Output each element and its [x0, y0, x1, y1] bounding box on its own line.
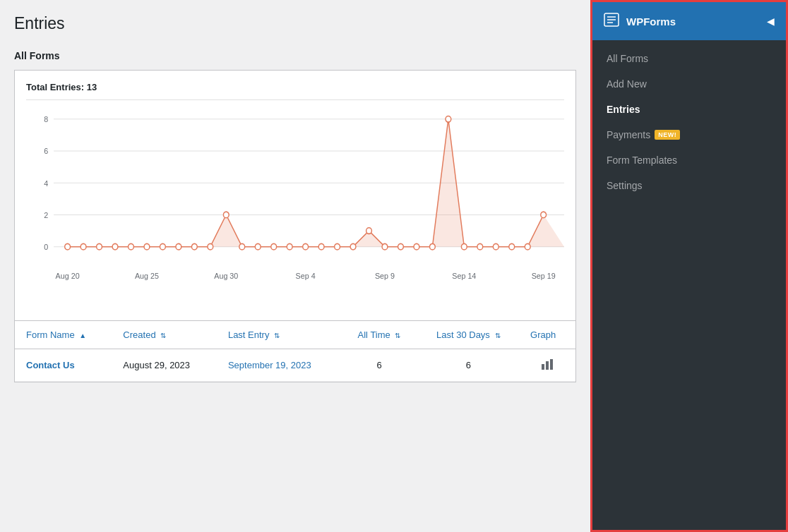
cell-last-30-days: 6 [417, 349, 519, 382]
svg-point-22 [129, 243, 134, 250]
cell-all-time: 6 [341, 349, 418, 382]
svg-point-34 [318, 243, 324, 250]
svg-point-31 [271, 243, 277, 250]
th-last-30-days[interactable]: Last 30 Days ⇅ [417, 321, 519, 349]
sidebar-item-form-templates[interactable]: Form Templates [592, 147, 786, 173]
sidebar-item-add-new[interactable]: Add New [592, 71, 786, 97]
sidebar-item-entries[interactable]: Entries [592, 97, 786, 122]
cell-graph[interactable] [519, 349, 575, 382]
new-badge: NEW! [655, 130, 680, 140]
menu-header[interactable]: WPForms ◀ [592, 2, 786, 40]
main-content: Entries All Forms Total Entries: 13 8 6 … [0, 0, 590, 397]
sidebar-menu: WPForms ◀ All Forms Add New Entries Paym… [590, 0, 788, 532]
menu-items: All Forms Add New Entries Payments NEW! … [592, 40, 786, 204]
svg-point-32 [287, 243, 292, 250]
sidebar-item-payments[interactable]: Payments NEW! [592, 122, 786, 147]
svg-point-41 [430, 243, 436, 250]
svg-point-24 [160, 243, 166, 250]
svg-point-44 [477, 243, 483, 250]
sort-icon-created: ⇅ [160, 332, 166, 339]
svg-text:Aug 30: Aug 30 [214, 271, 238, 280]
svg-point-18 [65, 243, 71, 250]
sort-icon-all-time: ⇅ [395, 332, 400, 339]
svg-point-26 [191, 243, 197, 250]
th-all-time[interactable]: All Time ⇅ [341, 321, 418, 349]
svg-rect-50 [546, 361, 549, 370]
svg-point-28 [223, 212, 229, 218]
bar-chart-icon[interactable] [541, 358, 554, 370]
svg-text:Sep 4: Sep 4 [296, 271, 316, 280]
sidebar-item-all-forms[interactable]: All Forms [592, 46, 786, 71]
svg-point-45 [493, 243, 499, 250]
table-container: Form Name ▲ Created ⇅ Last Entry ⇅ All [14, 321, 576, 382]
svg-point-36 [350, 243, 356, 250]
page-title: Entries [14, 14, 576, 33]
svg-point-38 [382, 243, 388, 250]
th-last-entry[interactable]: Last Entry ⇅ [217, 321, 341, 349]
svg-point-47 [525, 243, 530, 250]
th-graph: Graph [519, 321, 575, 349]
cell-form-name[interactable]: Contact Us [15, 349, 112, 382]
page-wrapper: Entries All Forms Total Entries: 13 8 6 … [0, 0, 788, 532]
svg-text:2: 2 [44, 210, 48, 219]
svg-point-19 [80, 243, 86, 250]
svg-text:4: 4 [44, 179, 48, 188]
chart-svg: 8 6 4 2 0 Aug 20 Aug 25 Aug 30 Sep 4 Sep… [26, 111, 564, 309]
svg-point-46 [509, 243, 515, 250]
svg-point-23 [144, 243, 150, 250]
svg-text:8: 8 [44, 115, 48, 124]
svg-point-21 [112, 243, 118, 250]
svg-point-30 [255, 243, 261, 250]
svg-text:Aug 25: Aug 25 [135, 271, 159, 280]
chart-area: 8 6 4 2 0 Aug 20 Aug 25 Aug 30 Sep 4 Sep… [26, 111, 564, 309]
svg-point-35 [335, 243, 340, 250]
sort-icon-last-30-days: ⇅ [495, 332, 501, 339]
collapse-arrow-icon[interactable]: ◀ [767, 16, 775, 27]
svg-text:0: 0 [44, 243, 48, 252]
svg-point-42 [446, 116, 451, 122]
section-subtitle: All Forms [14, 44, 576, 70]
svg-rect-51 [550, 359, 553, 370]
svg-point-33 [303, 243, 309, 250]
svg-point-48 [541, 212, 547, 218]
svg-rect-49 [542, 364, 544, 370]
chart-header: Total Entries: 13 [26, 82, 564, 100]
svg-text:Aug 20: Aug 20 [56, 271, 80, 280]
svg-point-39 [398, 243, 404, 250]
svg-text:Sep 19: Sep 19 [532, 271, 556, 280]
chart-container: Total Entries: 13 8 6 4 2 0 Aug 20 [14, 70, 576, 321]
entries-table: Form Name ▲ Created ⇅ Last Entry ⇅ All [15, 321, 575, 382]
svg-point-37 [366, 228, 372, 234]
svg-text:Sep 14: Sep 14 [452, 271, 476, 280]
svg-point-40 [414, 243, 419, 250]
svg-point-29 [239, 243, 245, 250]
sort-icon-form-name: ▲ [79, 332, 86, 339]
table-header-row: Form Name ▲ Created ⇅ Last Entry ⇅ All [15, 321, 575, 349]
sidebar-item-settings[interactable]: Settings [592, 173, 786, 198]
table-row: Contact Us August 29, 2023 September 19,… [15, 349, 575, 382]
svg-text:Sep 9: Sep 9 [375, 271, 395, 280]
cell-created: August 29, 2023 [112, 349, 217, 382]
svg-point-27 [208, 243, 213, 250]
svg-text:6: 6 [44, 147, 48, 156]
th-form-name[interactable]: Form Name ▲ [15, 321, 112, 349]
svg-point-20 [97, 243, 102, 250]
plugin-name: WPForms [626, 16, 676, 28]
svg-point-25 [176, 243, 181, 250]
th-created[interactable]: Created ⇅ [112, 321, 217, 349]
wpforms-icon [604, 12, 619, 31]
sort-icon-last-entry: ⇅ [274, 332, 280, 339]
menu-header-left: WPForms [604, 12, 676, 31]
cell-last-entry[interactable]: September 19, 2023 [217, 349, 341, 382]
svg-point-43 [461, 243, 467, 250]
